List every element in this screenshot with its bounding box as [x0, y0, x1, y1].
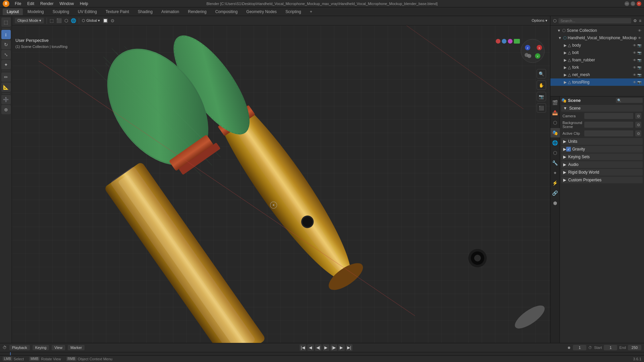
jump-end-btn[interactable]: ▶| [346, 344, 353, 351]
current-frame-input[interactable] [573, 345, 586, 350]
color-control-green[interactable] [514, 39, 520, 44]
navigation-gizmo[interactable]: X Y Z [519, 38, 546, 64]
tab-sculpting[interactable]: Sculpting [49, 8, 73, 15]
props-tab-object[interactable]: ⬡ [550, 148, 560, 158]
menu-help[interactable]: Help [77, 1, 91, 7]
keying-sets-header[interactable]: ▶ Keying Sets [561, 154, 643, 160]
render-preview-btn[interactable]: ⬛ [537, 103, 546, 113]
tab-modeling[interactable]: Modeling [23, 8, 48, 15]
options-btn[interactable]: Options ▾ [532, 18, 547, 23]
outliner-eye-icon-4[interactable]: 👁 [633, 51, 636, 55]
outliner-bolt-item[interactable]: ▶ △ bolt 👁 📷 [550, 49, 644, 56]
tab-scripting[interactable]: Scripting [281, 8, 305, 15]
tab-geometry-nodes[interactable]: Geometry Nodes [242, 8, 281, 15]
color-control-red[interactable] [496, 39, 500, 44]
maximize-button[interactable]: □ [631, 1, 635, 6]
active-clip-input[interactable] [584, 130, 633, 136]
outliner-render-icon[interactable]: 📷 [637, 44, 641, 47]
rotate-tool[interactable]: ↻ [1, 40, 11, 49]
outliner-body-item[interactable]: ▶ △ body 👁 📷 [550, 42, 644, 49]
tab-animation[interactable]: Animation [157, 8, 183, 15]
background-scene-input[interactable] [584, 122, 633, 128]
outliner-scene-collection[interactable]: ▼ ⬡ Scene Collection 👁 [550, 27, 644, 34]
outliner-display-btn[interactable]: ≡ [639, 18, 641, 23]
tab-shading[interactable]: Shading [134, 8, 157, 15]
camera-input[interactable] [584, 113, 633, 119]
props-tab-constraints[interactable]: 🔗 [550, 188, 560, 198]
keying-menu[interactable]: Keying [33, 345, 49, 350]
end-frame-input[interactable] [628, 345, 641, 350]
gravity-checkbox[interactable]: ✓ [566, 147, 571, 152]
camera-view-btn[interactable]: 📷 [537, 92, 546, 101]
play-btn[interactable]: ▶ [323, 344, 329, 351]
bg-scene-eyedropper-btn[interactable]: ⊙ [635, 122, 641, 128]
outliner-eye-icon-3[interactable]: 👁 [633, 44, 636, 47]
transform-tool[interactable]: ✦ [1, 60, 11, 69]
tab-compositing[interactable]: Compositing [211, 8, 242, 15]
gravity-section-header[interactable]: ▶ ✓ Gravity [561, 146, 643, 153]
tab-texture-paint[interactable]: Texture Paint [102, 8, 133, 15]
outliner-eye-icon-8[interactable]: 👁 [633, 80, 636, 84]
object-mode-btn[interactable]: Object Mode ▾ [15, 18, 44, 23]
tab-add[interactable]: + [306, 8, 316, 15]
outliner-eye-icon[interactable]: 👁 [638, 29, 641, 33]
outliner-render-icon-4[interactable]: 📷 [637, 66, 641, 69]
close-button[interactable]: ✕ [637, 1, 641, 6]
outliner-eye-icon-2[interactable]: 👁 [638, 36, 641, 40]
prev-keyframe-btn[interactable]: ◀| [315, 344, 322, 351]
tab-uv-editing[interactable]: UV Editing [74, 8, 101, 15]
outliner-torus-item[interactable]: ▶ △ torusRing 👁 📷 [550, 78, 644, 86]
tab-rendering[interactable]: Rendering [184, 8, 210, 15]
viewport-shading-solid[interactable]: ⬛ [56, 18, 62, 23]
viewport-shading-wire[interactable]: ⬚ [50, 18, 54, 23]
units-section-header[interactable]: ▶ Units [561, 138, 643, 145]
playback-menu[interactable]: Playback [9, 345, 30, 350]
audio-section-header[interactable]: ▶ Audio [561, 161, 643, 168]
props-tab-modifier[interactable]: 🔧 [550, 158, 560, 168]
zoom-in-btn[interactable]: 🔍 [537, 69, 546, 78]
outliner-foam-item[interactable]: ▶ △ foam_rubber 👁 📷 [550, 56, 644, 64]
props-tab-material[interactable]: ⬢ [550, 198, 560, 208]
menu-window[interactable]: Window [57, 1, 76, 7]
annotate-tool[interactable]: ✏ [1, 72, 11, 82]
marker-menu[interactable]: Marker [68, 345, 85, 350]
cursor-tool[interactable]: ⊕ [1, 105, 11, 114]
pan-btn[interactable]: ✋ [537, 80, 546, 90]
viewport-canvas[interactable]: User Perspective (1) Scene Collection | … [12, 25, 550, 343]
outliner-render-icon-6[interactable]: 📷 [637, 80, 641, 84]
props-tab-world[interactable]: 🌐 [550, 138, 560, 147]
viewport-shading-render[interactable]: 🌐 [71, 18, 76, 23]
outliner-render-icon-5[interactable]: 📷 [637, 73, 641, 77]
custom-props-header[interactable]: ▶ Custom Properties [561, 177, 643, 183]
props-search-input[interactable] [616, 98, 643, 103]
scale-tool[interactable]: ⤡ [1, 50, 11, 59]
rigid-body-header[interactable]: ▶ Rigid Body World [561, 169, 643, 176]
outliner-eye-icon-7[interactable]: 👁 [633, 73, 636, 77]
props-tab-particles[interactable]: ✦ [550, 168, 560, 178]
props-tab-view-layer[interactable]: ⬡ [550, 118, 560, 127]
prev-frame-btn[interactable]: ◀ [307, 344, 314, 351]
start-frame-input[interactable] [604, 345, 617, 350]
minimize-button[interactable]: — [625, 1, 629, 6]
next-keyframe-btn[interactable]: |▶ [330, 344, 337, 351]
viewport[interactable]: Object Mode ▾ ⬚ ⬛ ⬡ 🌐 ⬡ Global ▾ 🔲 ⊙ Opt… [12, 16, 550, 343]
color-control-blue[interactable] [502, 39, 506, 44]
props-tab-scene[interactable]: 🎭 [550, 128, 560, 137]
color-control-purple[interactable] [508, 39, 513, 44]
next-frame-btn[interactable]: ▶ [338, 344, 345, 351]
viewport-shading-material[interactable]: ⬡ [64, 18, 68, 23]
menu-render[interactable]: Render [38, 1, 56, 7]
snap-toggle[interactable]: 🔲 [103, 18, 108, 23]
props-tab-output[interactable]: 📤 [550, 108, 560, 117]
outliner-render-icon-2[interactable]: 📷 [637, 51, 641, 55]
measure-tool[interactable]: 📐 [1, 82, 11, 92]
move-tool[interactable]: ↕ [1, 30, 11, 39]
jump-start-btn[interactable]: |◀ [300, 344, 306, 351]
props-tab-render[interactable]: 🎬 [550, 98, 560, 107]
outliner-filter-btn[interactable]: ⚙ [633, 18, 637, 23]
outliner-net-mesh-item[interactable]: ▶ △ net_mesh 👁 📷 [550, 71, 644, 78]
select-tool[interactable]: ⬚ [1, 17, 11, 27]
outliner-handheld-item[interactable]: ▼ ⬡ Handheld_Vocal_Microphone_Mockup 👁 [550, 34, 644, 42]
camera-eyedropper-btn[interactable]: ⊙ [635, 113, 641, 119]
add-tool[interactable]: ➕ [1, 95, 11, 104]
